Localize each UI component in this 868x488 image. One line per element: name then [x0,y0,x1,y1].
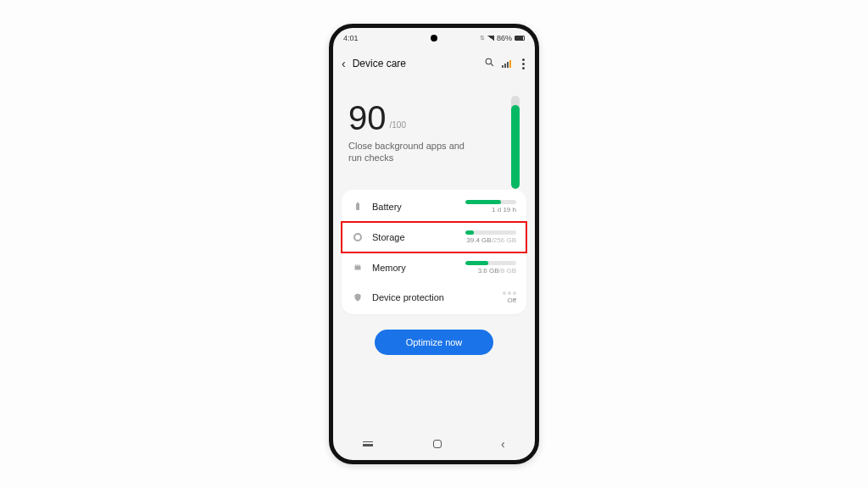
storage-label: Storage [372,232,448,242]
row-memory[interactable]: Memory 3.6 GB/8 GB [342,252,526,283]
row-protection[interactable]: Device protection Off [342,283,526,313]
memory-bar [465,261,516,265]
score-value: 90 [348,101,387,135]
nav-bar: ‹ [333,433,535,455]
shield-icon [352,291,364,303]
protection-status: Off [507,297,516,304]
battery-bar [465,200,516,204]
protection-indicator [503,291,516,295]
nav-back-icon[interactable]: ‹ [501,437,505,451]
svg-point-0 [486,58,492,64]
storage-sub: 39.4 GB/256 GB [466,236,516,244]
svg-line-1 [491,64,493,66]
protection-label: Device protection [372,292,448,302]
signal-icon [487,36,494,41]
storage-bar [465,230,516,235]
battery-sub: 1 d 19 h [492,206,516,214]
optimize-button[interactable]: Optimize now [375,330,493,355]
app-bar: ‹ Device care [333,48,535,79]
metrics-card: Battery 1 d 19 h Storage 39.4 GB/256 GB [342,190,526,314]
svg-rect-5 [355,265,361,269]
more-icon[interactable] [520,57,526,71]
nav-recent-icon[interactable] [363,441,373,446]
search-icon[interactable] [483,57,495,70]
battery-percent: 86% [497,34,512,42]
camera-notch [431,35,437,42]
score-section: 90 /100 Close background apps and run ch… [333,79,535,190]
battery-label: Battery [372,202,448,212]
svg-point-4 [354,234,361,241]
storage-row-icon [352,231,364,243]
memory-sub: 3.6 GB/8 GB [478,267,516,274]
svg-rect-3 [357,202,359,203]
memory-label: Memory [372,263,448,273]
status-time: 4:01 [343,34,359,42]
row-battery[interactable]: Battery 1 d 19 h [342,191,526,222]
score-subtitle: Close background apps and run checks [348,140,467,164]
usage-icon[interactable] [502,60,514,68]
memory-row-icon [352,262,364,274]
row-storage[interactable]: Storage 39.4 GB/256 GB [342,222,526,252]
battery-icon [515,36,525,41]
page-title: Device care [353,58,476,69]
battery-row-icon [352,201,364,213]
score-max: /100 [390,120,406,135]
svg-rect-2 [356,203,359,210]
score-bar [511,96,520,189]
nav-home-icon[interactable] [433,440,442,448]
back-icon[interactable]: ‹ [342,57,346,70]
phone-frame: 4:01 ⇅ 86% ‹ Device care 90 /100 Close b… [329,24,539,464]
